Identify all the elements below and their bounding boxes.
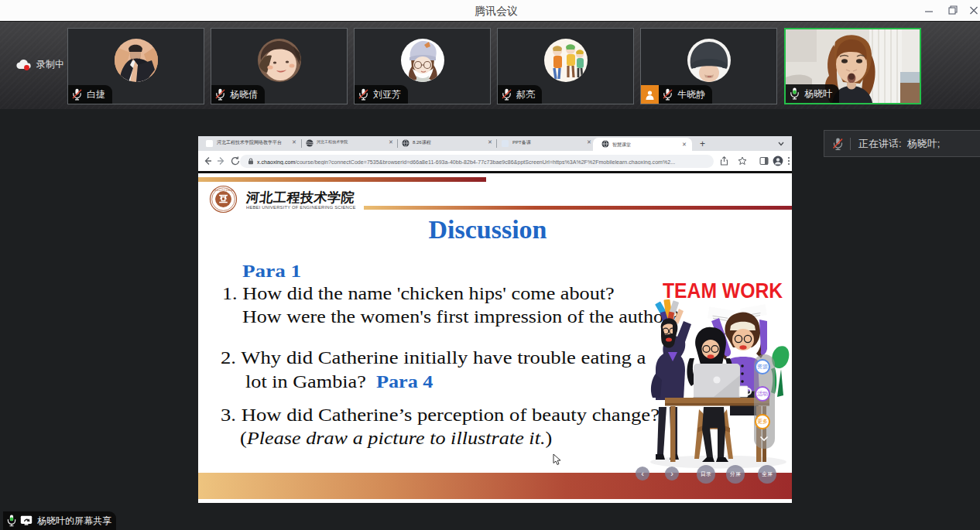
svg-text:河北工程技术学院: 河北工程技术学院 [214,189,233,192]
